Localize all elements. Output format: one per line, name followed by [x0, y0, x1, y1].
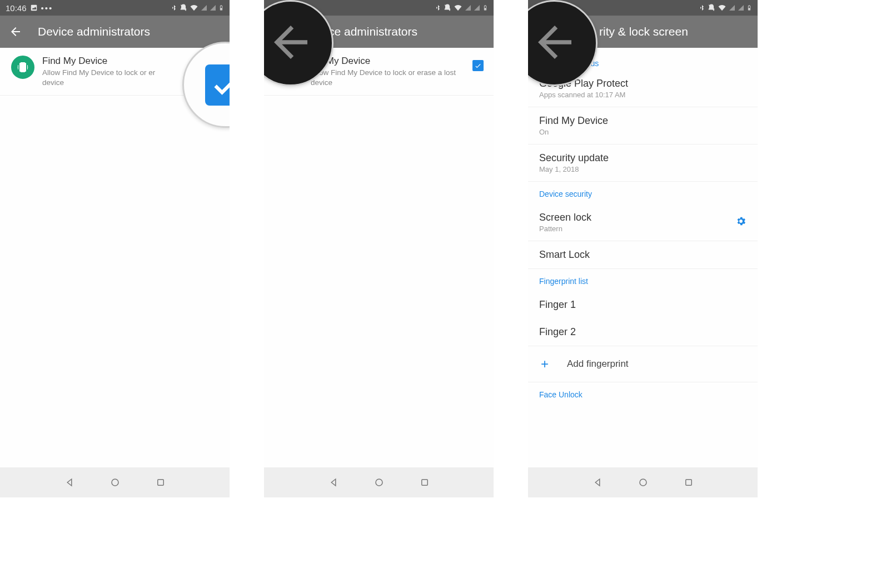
finger-1-row[interactable]: Finger 1 [528, 291, 758, 318]
plus-icon: + [539, 356, 550, 372]
add-fingerprint-row[interactable]: + Add fingerprint [528, 346, 758, 382]
nav-recent[interactable] [683, 476, 695, 489]
row-title: Finger 2 [539, 326, 746, 338]
find-my-device-row[interactable]: Find My Device On [528, 107, 758, 144]
square-recent-icon [156, 477, 166, 487]
arrow-left-icon [266, 17, 316, 67]
battery-icon [218, 4, 224, 12]
svg-rect-0 [31, 5, 37, 11]
status-time: 10:46 [6, 3, 27, 13]
row-subtitle: May 1, 2018 [539, 165, 746, 173]
circle-home-icon [110, 477, 120, 487]
signal-icon-2 [210, 4, 216, 12]
nav-home[interactable] [637, 476, 649, 489]
arrow-left-icon [9, 25, 22, 38]
row-title: Find My Device [311, 56, 465, 67]
svg-rect-7 [749, 8, 750, 9]
image-icon [30, 4, 38, 12]
screenshot-2: ce administrators Find My Device Allow F… [264, 0, 494, 497]
svg-rect-9 [685, 480, 691, 486]
row-title: Screen lock [539, 212, 735, 223]
row-title: Smart Lock [539, 249, 746, 261]
wifi-icon [718, 4, 726, 12]
nav-home[interactable] [373, 476, 385, 489]
section-header-device-security: Device security [528, 182, 758, 204]
find-my-device-icon [11, 56, 34, 79]
finger-2-row[interactable]: Finger 2 [528, 318, 758, 346]
arrow-zoom [266, 17, 316, 69]
app-bar: Device administrators [0, 16, 230, 48]
battery-icon [746, 4, 752, 12]
bluetooth-icon [699, 4, 705, 12]
row-subtitle: Allow Find My Device to lock or er devic… [42, 68, 201, 87]
signal-icon-2 [474, 4, 480, 12]
check-icon [211, 71, 230, 99]
nav-back[interactable] [327, 476, 340, 489]
row-title: Find My Device [539, 115, 746, 127]
row-title: Security update [539, 152, 746, 164]
appbar-title: ce administrators [328, 25, 417, 38]
status-bar: 10:46 ••• [0, 0, 230, 16]
row-subtitle: Allow Find My Device to lock or erase a … [311, 68, 465, 87]
mute-icon [444, 4, 451, 12]
content-area: Find My Device Allow Find My Device to l… [264, 48, 494, 467]
mute-icon [708, 4, 715, 12]
enable-checkbox[interactable] [472, 60, 484, 71]
nav-home[interactable] [109, 476, 121, 489]
screenshot-1: 10:46 ••• Device administrators Find M [0, 0, 230, 497]
gear-icon[interactable] [735, 216, 746, 229]
nav-bar [0, 467, 230, 497]
checkbox-zoom [205, 64, 230, 106]
row-title: Finger 1 [539, 299, 746, 311]
section-header-face-unlock: Face Unlock [528, 382, 758, 405]
bluetooth-icon [435, 4, 441, 12]
appbar-title: rity & lock screen [599, 25, 688, 38]
screen-lock-row[interactable]: Screen lock Pattern [528, 204, 758, 241]
svg-point-5 [376, 479, 382, 486]
more-icon: ••• [41, 3, 53, 13]
add-label: Add fingerprint [567, 358, 629, 370]
signal-icon [729, 4, 735, 12]
screenshot-3: rity & lock screen status Google Play Pr… [528, 0, 758, 497]
wifi-icon [454, 4, 462, 12]
check-icon [474, 62, 482, 69]
nav-recent[interactable] [155, 476, 167, 489]
status-right-icons [171, 4, 224, 12]
wifi-icon [190, 4, 198, 12]
svg-rect-6 [421, 480, 427, 486]
arrow-left-icon [530, 17, 580, 67]
bluetooth-icon [171, 4, 177, 12]
row-subtitle: On [539, 128, 746, 136]
status-right-icons [699, 4, 752, 12]
row-subtitle: Apps scanned at 10:17 AM [539, 91, 746, 99]
nav-bar [264, 467, 494, 497]
nav-back[interactable] [63, 476, 76, 489]
status-right-icons [435, 4, 488, 12]
svg-rect-3 [157, 480, 163, 486]
svg-rect-4 [485, 8, 486, 9]
svg-point-8 [640, 479, 646, 486]
nav-bar [528, 467, 758, 497]
mute-icon [180, 4, 187, 12]
nav-recent[interactable] [419, 476, 431, 489]
signal-icon [465, 4, 471, 12]
arrow-zoom [530, 17, 580, 69]
svg-rect-1 [221, 8, 222, 9]
section-header-fingerprint: Fingerprint list [528, 269, 758, 291]
appbar-title: Device administrators [38, 25, 150, 38]
smart-lock-row[interactable]: Smart Lock [528, 241, 758, 269]
svg-point-2 [112, 479, 118, 486]
signal-icon-2 [738, 4, 744, 12]
back-button[interactable] [9, 25, 22, 38]
content-area: status Google Play Protect Apps scanned … [528, 48, 758, 467]
row-title: Find My Device [42, 56, 201, 67]
row-subtitle: Pattern [539, 225, 735, 233]
signal-icon [201, 4, 207, 12]
battery-icon [482, 4, 488, 12]
security-update-row[interactable]: Security update May 1, 2018 [528, 144, 758, 182]
triangle-back-icon [64, 477, 74, 487]
nav-back[interactable] [591, 476, 604, 489]
